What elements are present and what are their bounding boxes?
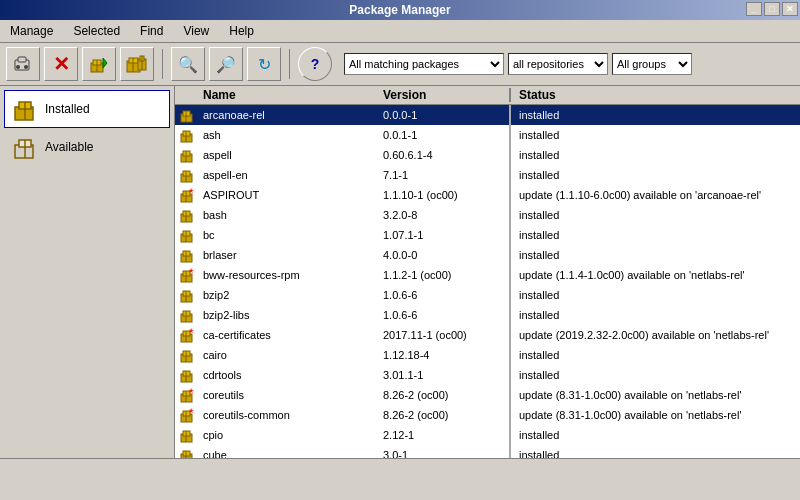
status-bar: [0, 458, 800, 478]
table-row[interactable]: ★coreutils8.26-2 (oc00)update (8.31-1.0c…: [175, 385, 800, 405]
table-row[interactable]: aspell-en7.1-1installed: [175, 165, 800, 185]
menu-bar: ManageSelectedFindViewHelp: [0, 20, 800, 43]
install-button[interactable]: [82, 47, 116, 81]
svg-point-2: [16, 65, 20, 69]
row-package-icon: ★: [175, 327, 199, 343]
row-status: installed: [511, 209, 800, 221]
row-package-icon: [175, 447, 199, 458]
row-version: 1.07.1-1: [379, 229, 509, 241]
row-version: 3.2.0-8: [379, 209, 509, 221]
table-row[interactable]: ash0.0.1-1installed: [175, 125, 800, 145]
repo-select[interactable]: all repositories: [508, 53, 608, 75]
table-row[interactable]: bzip2-libs1.0.6-6installed: [175, 305, 800, 325]
table-row[interactable]: cdrtools3.01.1-1installed: [175, 365, 800, 385]
back-button[interactable]: [6, 47, 40, 81]
close-button[interactable]: ✕: [782, 2, 798, 16]
table-row[interactable]: brlaser4.0.0-0installed: [175, 245, 800, 265]
package-area: Name Version Status arcanoae-rel0.0.0-1i…: [175, 86, 800, 458]
table-row[interactable]: ★coreutils-common8.26-2 (oc00)update (8.…: [175, 405, 800, 425]
row-name: bzip2-libs: [199, 309, 379, 321]
row-name: bash: [199, 209, 379, 221]
table-header: Name Version Status: [175, 86, 800, 105]
row-package-icon: [175, 167, 199, 183]
table-row[interactable]: cairo1.12.18-4installed: [175, 345, 800, 365]
row-package-icon: [175, 147, 199, 163]
table-row[interactable]: arcanoae-rel0.0.0-1installed: [175, 105, 800, 125]
toolbar-separator-1: [162, 49, 163, 79]
sidebar: Installed Available: [0, 86, 175, 458]
svg-text:★: ★: [188, 267, 194, 274]
row-name: bc: [199, 229, 379, 241]
table-row[interactable]: bc1.07.1-1installed: [175, 225, 800, 245]
row-name: bzip2: [199, 289, 379, 301]
menu-item-selected[interactable]: Selected: [67, 22, 126, 40]
maximize-button[interactable]: □: [764, 2, 780, 16]
row-status: installed: [511, 109, 800, 121]
sidebar-item-installed[interactable]: Installed: [4, 90, 170, 128]
row-package-icon: [175, 307, 199, 323]
header-status: Status: [511, 88, 800, 102]
row-version: 2017.11-1 (oc00): [379, 329, 509, 341]
row-package-icon: ★: [175, 387, 199, 403]
row-status: installed: [511, 249, 800, 261]
toolbar: ✕ 🔍 🔎 ↻ ? All matching packagesInstalled…: [0, 43, 800, 86]
title-bar: Package Manager _ □ ✕: [0, 0, 800, 20]
help-button[interactable]: ?: [298, 47, 332, 81]
table-row[interactable]: bzip21.0.6-6installed: [175, 285, 800, 305]
svg-text:★: ★: [188, 327, 194, 334]
menu-item-manage[interactable]: Manage: [4, 22, 59, 40]
row-package-icon: [175, 347, 199, 363]
menu-item-help[interactable]: Help: [223, 22, 260, 40]
row-status: update (8.31-1.0c00) available on 'netla…: [511, 409, 800, 421]
row-package-icon: ★: [175, 267, 199, 283]
row-package-icon: [175, 247, 199, 263]
row-version: 1.1.2-1 (oc00): [379, 269, 509, 281]
refresh-button[interactable]: ↻: [247, 47, 281, 81]
row-status: installed: [511, 229, 800, 241]
table-row[interactable]: ★ca-certificates2017.11-1 (oc00)update (…: [175, 325, 800, 345]
row-name: coreutils-common: [199, 409, 379, 421]
table-row[interactable]: cube3.0-1installed: [175, 445, 800, 458]
menu-item-find[interactable]: Find: [134, 22, 169, 40]
table-row[interactable]: cpio2.12-1installed: [175, 425, 800, 445]
menu-item-view[interactable]: View: [177, 22, 215, 40]
minimize-button[interactable]: _: [746, 2, 762, 16]
row-package-icon: [175, 127, 199, 143]
row-version: 0.0.1-1: [379, 129, 509, 141]
row-version: 8.26-2 (oc00): [379, 389, 509, 401]
package-table-body: arcanoae-rel0.0.0-1installedash0.0.1-1in…: [175, 105, 800, 458]
row-name: ca-certificates: [199, 329, 379, 341]
group-select[interactable]: All groups: [612, 53, 692, 75]
title-text: Package Manager: [349, 3, 450, 17]
table-row[interactable]: bash3.2.0-8installed: [175, 205, 800, 225]
row-status: installed: [511, 309, 800, 321]
sidebar-item-available[interactable]: Available: [4, 128, 170, 166]
row-name: aspell: [199, 149, 379, 161]
table-row[interactable]: aspell0.60.6.1-4installed: [175, 145, 800, 165]
filter-select[interactable]: All matching packagesInstalled packagesN…: [344, 53, 504, 75]
row-package-icon: [175, 287, 199, 303]
row-version: 3.01.1-1: [379, 369, 509, 381]
main-area: Installed Available Name Version Status …: [0, 86, 800, 458]
remove-button[interactable]: ✕: [44, 47, 78, 81]
row-version: 1.0.6-6: [379, 289, 509, 301]
row-name: arcanoae-rel: [199, 109, 379, 121]
search-button[interactable]: 🔍: [171, 47, 205, 81]
row-name: aspell-en: [199, 169, 379, 181]
row-name: cdrtools: [199, 369, 379, 381]
row-name: brlaser: [199, 249, 379, 261]
available-icon: [11, 133, 39, 161]
search-details-button[interactable]: 🔎: [209, 47, 243, 81]
row-package-icon: ★: [175, 187, 199, 203]
row-version: 0.0.0-1: [379, 109, 509, 121]
toolbar-filters: All matching packagesInstalled packagesN…: [344, 53, 692, 75]
toolbar-separator-2: [289, 49, 290, 79]
update-button[interactable]: [120, 47, 154, 81]
row-name: ash: [199, 129, 379, 141]
svg-marker-7: [103, 58, 107, 68]
table-row[interactable]: ★bww-resources-rpm1.1.2-1 (oc00)update (…: [175, 265, 800, 285]
row-version: 7.1-1: [379, 169, 509, 181]
row-version: 8.26-2 (oc00): [379, 409, 509, 421]
table-row[interactable]: ★ASPIROUT1.1.10-1 (oc00)update (1.1.10-6…: [175, 185, 800, 205]
row-package-icon: [175, 227, 199, 243]
